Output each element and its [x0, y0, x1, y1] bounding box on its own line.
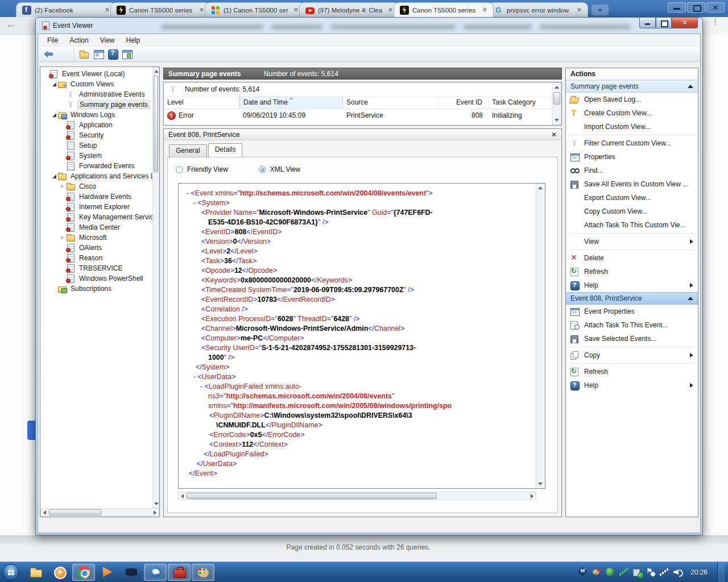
book-taskbar-button[interactable]	[120, 564, 143, 581]
wmp-taskbar-button[interactable]	[48, 564, 71, 581]
radio-icon[interactable]	[176, 166, 183, 173]
tree-item-subscriptions[interactable]: Subscriptions	[42, 284, 159, 294]
actions-section-summary-page-events[interactable]: Summary page events	[566, 80, 698, 93]
tree-item-hardware-events[interactable]: Hardware Events	[42, 192, 159, 202]
restore-button[interactable]	[656, 18, 672, 28]
tab-details[interactable]: Details	[208, 143, 243, 157]
action-find[interactable]: Find...	[566, 164, 698, 177]
browser-maximize-button[interactable]	[687, 2, 705, 13]
tree-item-internet-explorer[interactable]: Internet Explorer	[42, 202, 159, 212]
tree-item-summary-page-events[interactable]: Summary page events	[42, 99, 159, 110]
tree-item-windows-logs[interactable]: Windows Logs	[42, 110, 159, 120]
browser-tab-canon-ts5000-series[interactable]: Canon TS5000 series✕	[394, 2, 494, 17]
action-import-custom-view[interactable]: Import Custom View...	[566, 120, 698, 134]
action-delete[interactable]: Delete	[566, 251, 698, 265]
action-open-saved-log[interactable]: Open Saved Log...	[566, 93, 698, 106]
action-save-all-events-in-custom-view[interactable]: Save All Events in Custom View ...	[566, 177, 698, 191]
action-attach-task-to-this-event[interactable]: Attach Task To This Event...	[566, 318, 698, 332]
tree-item-security[interactable]: Security	[42, 130, 159, 140]
tree-item-application[interactable]: Application	[42, 120, 159, 130]
tree-vertical-scrollbar[interactable]	[152, 67, 159, 508]
mbam-tray-icon[interactable]	[578, 567, 588, 577]
play-taskbar-button[interactable]	[96, 564, 119, 581]
event-row[interactable]: Error09/06/2019 10:45:09PrintService808I…	[164, 109, 561, 122]
browser-tab-2-facebook[interactable]: (2) Facebook✕	[16, 2, 116, 17]
idm-tray-icon[interactable]	[605, 567, 615, 577]
bird-taskbar-button[interactable]	[144, 564, 167, 581]
tree-item-forwarded-events[interactable]: Forwarded Events	[42, 161, 159, 171]
tree-item-setup[interactable]: Setup	[42, 140, 159, 151]
expand-icon[interactable]	[60, 183, 66, 190]
action-filter-current-custom-view[interactable]: Filter Current Custom View...	[566, 136, 698, 150]
win-toolbar-button[interactable]	[93, 48, 105, 60]
action-create-custom-view[interactable]: Create Custom View...	[566, 106, 698, 120]
tree-item-event-viewer-local[interactable]: Event Viewer (Local)	[42, 69, 159, 79]
minimize-button[interactable]	[639, 18, 656, 28]
new-tab-button[interactable]: +	[592, 5, 609, 15]
expand-icon[interactable]	[60, 234, 66, 241]
tree-item-administrative-events[interactable]: Administrative Events	[42, 89, 159, 99]
menu-file[interactable]: File	[42, 35, 64, 46]
forward-toolbar-button[interactable]	[57, 48, 69, 60]
action-refresh[interactable]: Refresh	[566, 265, 698, 278]
tree-item-system[interactable]: System	[42, 151, 159, 161]
xml-vertical-scrollbar[interactable]	[536, 184, 545, 488]
explorer-taskbar-button[interactable]	[24, 564, 47, 581]
browser-tab-97-melodyne-4-clea[interactable]: (97) Melodyne 4: Clea✕	[299, 2, 399, 17]
collapse-icon[interactable]	[688, 297, 693, 300]
action-export-custom-view[interactable]: Export Custom View...	[566, 191, 698, 205]
actions-section-event-808-printservice[interactable]: Event 808, PrintService	[566, 292, 698, 305]
browser-tab-canon-ts5000-series[interactable]: Canon TS5000 series✕	[110, 2, 210, 17]
barsg-tray-icon[interactable]	[619, 567, 628, 577]
tree-item-oalerts[interactable]: OAlerts	[42, 243, 159, 253]
detail-close-icon[interactable]: ✕	[551, 131, 557, 139]
hand-tray-icon[interactable]	[592, 567, 601, 577]
column-header-level[interactable]: Level	[164, 97, 239, 109]
taskbar-clock[interactable]: 20:26	[687, 568, 713, 576]
folder-toolbar-button[interactable]	[78, 48, 90, 60]
browser-minimize-button[interactable]	[668, 2, 686, 13]
column-header-task-category[interactable]: Task Category	[489, 97, 551, 109]
collapse-icon[interactable]	[51, 111, 57, 118]
show-desktop-button[interactable]	[717, 562, 725, 582]
tree-horizontal-scrollbar[interactable]	[40, 508, 159, 517]
palette-taskbar-button[interactable]	[192, 564, 214, 581]
action-copy-custom-view[interactable]: Copy Custom View...	[566, 205, 698, 218]
menu-action[interactable]: Action	[64, 35, 94, 46]
column-header-source[interactable]: Source	[343, 97, 439, 109]
tree-item-media-center[interactable]: Media Center	[42, 222, 159, 232]
browser-close-button[interactable]	[706, 2, 725, 13]
tab-general[interactable]: General	[169, 144, 207, 158]
column-header-date-and-time[interactable]: Date and Time	[239, 97, 343, 109]
tree-item-cisco[interactable]: Cisco	[42, 181, 159, 192]
radio-friendly-view[interactable]: Friendly View	[176, 165, 228, 173]
tree-item-applications-and-services-logs[interactable]: Applications and Services Logs	[42, 171, 159, 181]
tab-close-icon[interactable]: ✕	[481, 6, 489, 14]
tree-item-microsoft[interactable]: Microsoft	[42, 232, 159, 243]
tree-item-custom-views[interactable]: Custom Views	[42, 79, 159, 89]
menu-help[interactable]: Help	[121, 35, 146, 46]
action-help[interactable]: Help	[566, 379, 698, 392]
page-blue-button-edge[interactable]	[27, 421, 35, 440]
action-copy[interactable]: Copy	[566, 348, 698, 362]
help-toolbar-button[interactable]	[107, 48, 119, 60]
menu-view[interactable]: View	[94, 35, 121, 46]
tree-item-key-management-service[interactable]: Key Management Service	[42, 212, 159, 222]
start-button[interactable]	[2, 564, 19, 581]
action-refresh[interactable]: Refresh	[566, 365, 698, 379]
browser-tab-pnrpsvc-error-window[interactable]: pnrpsvc error window✕	[488, 2, 588, 17]
radio-selected-icon[interactable]	[259, 166, 266, 173]
barsw-tray-icon[interactable]	[660, 567, 669, 577]
win2-toolbar-button[interactable]	[121, 48, 133, 60]
vol-tray-icon[interactable]	[673, 567, 683, 577]
browser-back-icon[interactable]: ←	[6, 18, 16, 31]
browser-menu-icon[interactable]: ⋮	[712, 19, 719, 23]
action-properties[interactable]: Properties	[566, 150, 698, 164]
action-help[interactable]: Help	[566, 278, 698, 292]
xml-content[interactable]: - <Event xmlns="http://schemas.microsoft…	[179, 184, 536, 488]
xml-horizontal-scrollbar[interactable]	[178, 492, 536, 500]
collapse-icon[interactable]	[51, 173, 57, 180]
column-header-event-id[interactable]: Event ID	[439, 97, 489, 109]
tree-item-windows-powershell[interactable]: Windows PowerShell	[42, 273, 159, 284]
usb-tray-icon[interactable]	[632, 567, 642, 577]
